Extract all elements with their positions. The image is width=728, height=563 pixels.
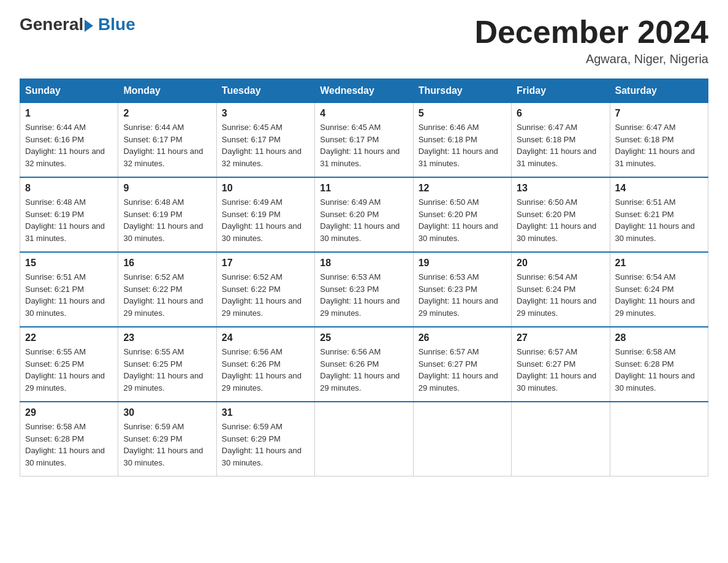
calendar-cell: 17 Sunrise: 6:52 AMSunset: 6:22 PMDaylig… bbox=[216, 252, 314, 327]
day-info: Sunrise: 6:55 AMSunset: 6:25 PMDaylight:… bbox=[25, 346, 113, 394]
month-title: December 2024 bbox=[474, 15, 708, 50]
day-number: 13 bbox=[517, 183, 604, 194]
day-info: Sunrise: 6:55 AMSunset: 6:25 PMDaylight:… bbox=[123, 346, 211, 394]
day-number: 5 bbox=[419, 108, 506, 119]
day-header-wednesday: Wednesday bbox=[315, 79, 413, 103]
day-info: Sunrise: 6:59 AMSunset: 6:29 PMDaylight:… bbox=[222, 421, 309, 469]
calendar-cell: 9 Sunrise: 6:48 AMSunset: 6:19 PMDayligh… bbox=[118, 177, 216, 252]
day-info: Sunrise: 6:48 AMSunset: 6:19 PMDaylight:… bbox=[123, 196, 211, 244]
calendar-cell: 25 Sunrise: 6:56 AMSunset: 6:26 PMDaylig… bbox=[315, 327, 413, 402]
calendar-cell: 11 Sunrise: 6:49 AMSunset: 6:20 PMDaylig… bbox=[315, 177, 413, 252]
calendar-cell bbox=[512, 402, 610, 477]
day-number: 24 bbox=[222, 332, 309, 343]
day-info: Sunrise: 6:47 AMSunset: 6:18 PMDaylight:… bbox=[517, 121, 604, 169]
day-info: Sunrise: 6:45 AMSunset: 6:17 PMDaylight:… bbox=[222, 121, 309, 169]
day-number: 23 bbox=[123, 332, 211, 343]
day-number: 25 bbox=[320, 332, 408, 343]
calendar-cell: 10 Sunrise: 6:49 AMSunset: 6:19 PMDaylig… bbox=[216, 177, 314, 252]
day-number: 11 bbox=[320, 183, 408, 194]
day-number: 30 bbox=[123, 407, 211, 418]
day-number: 10 bbox=[222, 183, 309, 194]
calendar-cell: 5 Sunrise: 6:46 AMSunset: 6:18 PMDayligh… bbox=[413, 103, 511, 178]
day-info: Sunrise: 6:45 AMSunset: 6:17 PMDaylight:… bbox=[320, 121, 408, 169]
days-of-week-row: SundayMondayTuesdayWednesdayThursdayFrid… bbox=[20, 79, 708, 103]
calendar-cell: 27 Sunrise: 6:57 AMSunset: 6:27 PMDaylig… bbox=[512, 327, 610, 402]
day-header-saturday: Saturday bbox=[610, 79, 708, 103]
day-info: Sunrise: 6:56 AMSunset: 6:26 PMDaylight:… bbox=[320, 346, 408, 394]
day-info: Sunrise: 6:54 AMSunset: 6:24 PMDaylight:… bbox=[615, 271, 703, 319]
day-number: 31 bbox=[222, 407, 309, 418]
day-number: 6 bbox=[517, 108, 604, 119]
day-info: Sunrise: 6:56 AMSunset: 6:26 PMDaylight:… bbox=[222, 346, 309, 394]
calendar-cell: 23 Sunrise: 6:55 AMSunset: 6:25 PMDaylig… bbox=[118, 327, 216, 402]
day-number: 12 bbox=[419, 183, 506, 194]
calendar-cell: 24 Sunrise: 6:56 AMSunset: 6:26 PMDaylig… bbox=[216, 327, 314, 402]
location: Agwara, Niger, Nigeria bbox=[474, 52, 708, 66]
day-number: 8 bbox=[25, 183, 113, 194]
day-info: Sunrise: 6:44 AMSunset: 6:16 PMDaylight:… bbox=[25, 121, 113, 169]
header-right: December 2024 Agwara, Niger, Nigeria bbox=[474, 15, 708, 66]
day-number: 9 bbox=[123, 183, 211, 194]
calendar-cell: 20 Sunrise: 6:54 AMSunset: 6:24 PMDaylig… bbox=[512, 252, 610, 327]
day-number: 2 bbox=[123, 108, 211, 119]
day-number: 18 bbox=[320, 258, 408, 269]
day-header-tuesday: Tuesday bbox=[216, 79, 314, 103]
day-header-sunday: Sunday bbox=[20, 79, 118, 103]
calendar-week-3: 15 Sunrise: 6:51 AMSunset: 6:21 PMDaylig… bbox=[20, 252, 708, 327]
day-info: Sunrise: 6:57 AMSunset: 6:27 PMDaylight:… bbox=[517, 346, 604, 394]
calendar-body: 1 Sunrise: 6:44 AMSunset: 6:16 PMDayligh… bbox=[20, 103, 708, 477]
page-header: General Blue December 2024 Agwara, Niger… bbox=[20, 15, 708, 66]
day-info: Sunrise: 6:58 AMSunset: 6:28 PMDaylight:… bbox=[615, 346, 703, 394]
day-number: 3 bbox=[222, 108, 309, 119]
calendar-cell: 28 Sunrise: 6:58 AMSunset: 6:28 PMDaylig… bbox=[610, 327, 708, 402]
day-number: 20 bbox=[517, 258, 604, 269]
calendar-cell bbox=[315, 402, 413, 477]
day-info: Sunrise: 6:51 AMSunset: 6:21 PMDaylight:… bbox=[615, 196, 703, 244]
day-number: 1 bbox=[25, 108, 113, 119]
calendar-cell: 30 Sunrise: 6:59 AMSunset: 6:29 PMDaylig… bbox=[118, 402, 216, 477]
calendar-cell: 19 Sunrise: 6:53 AMSunset: 6:23 PMDaylig… bbox=[413, 252, 511, 327]
day-info: Sunrise: 6:49 AMSunset: 6:20 PMDaylight:… bbox=[320, 196, 408, 244]
calendar-cell: 6 Sunrise: 6:47 AMSunset: 6:18 PMDayligh… bbox=[512, 103, 610, 178]
day-info: Sunrise: 6:51 AMSunset: 6:21 PMDaylight:… bbox=[25, 271, 113, 319]
day-number: 14 bbox=[615, 183, 703, 194]
day-info: Sunrise: 6:59 AMSunset: 6:29 PMDaylight:… bbox=[123, 421, 211, 469]
calendar-cell: 31 Sunrise: 6:59 AMSunset: 6:29 PMDaylig… bbox=[216, 402, 314, 477]
calendar-cell: 29 Sunrise: 6:58 AMSunset: 6:28 PMDaylig… bbox=[20, 402, 118, 477]
day-header-thursday: Thursday bbox=[413, 79, 511, 103]
day-info: Sunrise: 6:44 AMSunset: 6:17 PMDaylight:… bbox=[123, 121, 211, 169]
day-number: 7 bbox=[615, 108, 703, 119]
calendar-cell: 12 Sunrise: 6:50 AMSunset: 6:20 PMDaylig… bbox=[413, 177, 511, 252]
day-info: Sunrise: 6:49 AMSunset: 6:19 PMDaylight:… bbox=[222, 196, 309, 244]
calendar-week-4: 22 Sunrise: 6:55 AMSunset: 6:25 PMDaylig… bbox=[20, 327, 708, 402]
calendar-cell: 8 Sunrise: 6:48 AMSunset: 6:19 PMDayligh… bbox=[20, 177, 118, 252]
calendar-cell: 1 Sunrise: 6:44 AMSunset: 6:16 PMDayligh… bbox=[20, 103, 118, 178]
calendar-cell: 7 Sunrise: 6:47 AMSunset: 6:18 PMDayligh… bbox=[610, 103, 708, 178]
calendar-header: SundayMondayTuesdayWednesdayThursdayFrid… bbox=[20, 79, 708, 103]
day-info: Sunrise: 6:50 AMSunset: 6:20 PMDaylight:… bbox=[517, 196, 604, 244]
day-number: 21 bbox=[615, 258, 703, 269]
logo-general-text: General bbox=[20, 15, 83, 34]
calendar-cell bbox=[413, 402, 511, 477]
calendar-cell: 2 Sunrise: 6:44 AMSunset: 6:17 PMDayligh… bbox=[118, 103, 216, 178]
day-info: Sunrise: 6:54 AMSunset: 6:24 PMDaylight:… bbox=[517, 271, 604, 319]
day-number: 29 bbox=[25, 407, 113, 418]
day-number: 15 bbox=[25, 258, 113, 269]
calendar-table: SundayMondayTuesdayWednesdayThursdayFrid… bbox=[20, 79, 708, 477]
day-info: Sunrise: 6:57 AMSunset: 6:27 PMDaylight:… bbox=[419, 346, 506, 394]
day-info: Sunrise: 6:48 AMSunset: 6:19 PMDaylight:… bbox=[25, 196, 113, 244]
calendar-week-1: 1 Sunrise: 6:44 AMSunset: 6:16 PMDayligh… bbox=[20, 103, 708, 178]
calendar-cell: 3 Sunrise: 6:45 AMSunset: 6:17 PMDayligh… bbox=[216, 103, 314, 178]
logo-arrow-icon bbox=[85, 20, 93, 32]
calendar-cell: 14 Sunrise: 6:51 AMSunset: 6:21 PMDaylig… bbox=[610, 177, 708, 252]
day-header-friday: Friday bbox=[512, 79, 610, 103]
day-info: Sunrise: 6:50 AMSunset: 6:20 PMDaylight:… bbox=[419, 196, 506, 244]
day-number: 22 bbox=[25, 332, 113, 343]
logo-blue-text: Blue bbox=[93, 15, 135, 34]
day-info: Sunrise: 6:52 AMSunset: 6:22 PMDaylight:… bbox=[222, 271, 309, 319]
day-header-monday: Monday bbox=[118, 79, 216, 103]
day-info: Sunrise: 6:53 AMSunset: 6:23 PMDaylight:… bbox=[419, 271, 506, 319]
calendar-cell bbox=[610, 402, 708, 477]
day-number: 19 bbox=[419, 258, 506, 269]
day-info: Sunrise: 6:53 AMSunset: 6:23 PMDaylight:… bbox=[320, 271, 408, 319]
